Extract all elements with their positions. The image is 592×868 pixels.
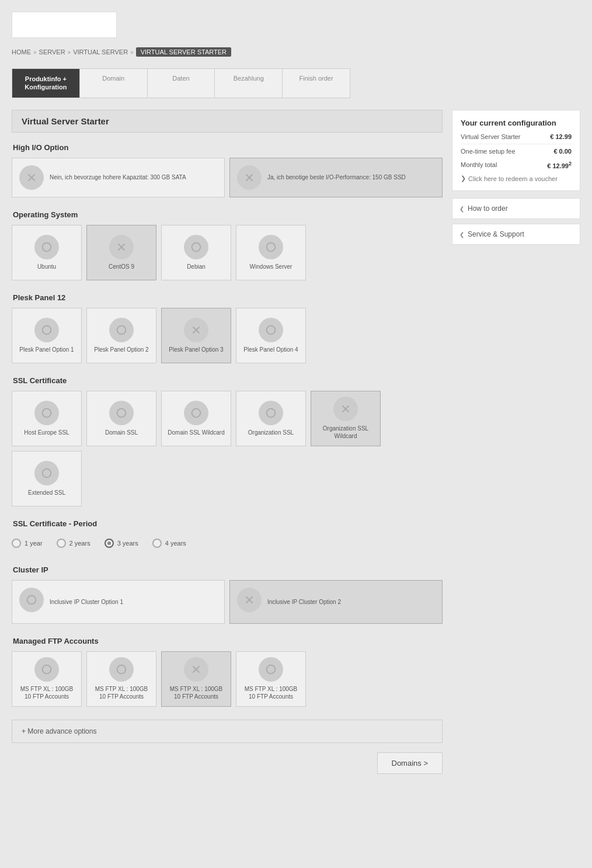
ssl-label-5: Extended SSL (28, 489, 65, 497)
config-product-row: Virtual Server Starter € 12.99 (461, 133, 572, 140)
high-io-title: High I/O Option (12, 143, 443, 152)
cluster-option-0[interactable]: Inclusive IP Cluster Option 1 (12, 580, 225, 624)
ftp-label-3: MS FTP XL : 100GB 10 FTP Accounts (241, 685, 301, 700)
ftp-icon-0 (34, 657, 59, 682)
os-option-2[interactable]: Debian (161, 225, 231, 280)
bottom-bar: Domains > (12, 752, 443, 774)
left-panel: Virtual Server Starter High I/O Option N… (12, 110, 443, 774)
ftp-option-3[interactable]: MS FTP XL : 100GB 10 FTP Accounts (236, 651, 306, 707)
plesk-option-2[interactable]: Plesk Panel Option 3 (161, 308, 231, 363)
plesk-label-1: Plesk Panel Option 2 (94, 346, 148, 353)
bc-sep-1: » (33, 49, 37, 55)
plesk-option-0[interactable]: Plesk Panel Option 1 (12, 308, 82, 363)
config-product-price: € 12.99 (550, 133, 572, 140)
plesk-label-0: Plesk Panel Option 1 (19, 346, 74, 353)
svg-point-10 (117, 325, 126, 334)
period-radio-0 (12, 539, 21, 548)
high-io-option-1[interactable]: Ja, ich benotige beste I/O-Performance: … (229, 158, 443, 197)
svg-point-28 (267, 665, 276, 674)
period-label-0: 1 year (25, 540, 43, 547)
os-icon-0 (34, 235, 59, 259)
os-option-0[interactable]: Ubuntu (12, 225, 82, 280)
next-button[interactable]: Domains > (377, 752, 443, 774)
accordion-service-support[interactable]: ❮ Service & Support (452, 224, 580, 245)
accordion-header-how-to-order[interactable]: ❮ How to order (452, 199, 580, 218)
ssl-icon-1 (109, 401, 134, 425)
section-ssl-period: SSL Certificate - Period 1 year 2 years … (12, 519, 443, 553)
steps-nav: Produktinfo + Konfiguration Domain Daten… (12, 68, 350, 98)
ssl-icon-5 (34, 461, 59, 485)
config-product-name: Virtual Server Starter (461, 133, 521, 140)
os-label-3: Windows Server (250, 263, 292, 270)
ftp-label-1: MS FTP XL : 100GB 10 FTP Accounts (92, 685, 151, 700)
ftp-label-2: MS FTP XL : 100GB 10 FTP Accounts (166, 685, 226, 700)
ssl-label-0: Host Europe SSL (24, 429, 69, 436)
period-option-2[interactable]: 3 years (105, 539, 138, 548)
period-radio-1 (57, 539, 66, 548)
ftp-option-1[interactable]: MS FTP XL : 100GB 10 FTP Accounts (86, 651, 156, 707)
cluster-option-1[interactable]: Inclusive IP Cluster Option 2 (229, 580, 443, 624)
step-domain[interactable]: Domain (80, 69, 148, 98)
ssl-icon-4 (333, 397, 358, 421)
step-finish[interactable]: Finish order (283, 69, 350, 98)
step-daten[interactable]: Daten (148, 69, 215, 98)
ssl-label-4: Organization SSL Wildcard (316, 425, 375, 440)
svg-point-13 (267, 325, 276, 334)
period-option-3[interactable]: 4 years (152, 539, 186, 548)
svg-point-7 (192, 242, 201, 251)
svg-point-14 (43, 408, 51, 417)
ssl-icon-3 (259, 401, 283, 425)
period-option-0[interactable]: 1 year (12, 539, 43, 548)
os-option-3[interactable]: Windows Server (236, 225, 306, 280)
section-plesk: Plesk Panel 12 Plesk Panel Option 1 Ples… (12, 293, 443, 363)
svg-point-21 (27, 596, 36, 605)
period-label-1: 2 years (69, 540, 90, 547)
os-icon-3 (259, 235, 283, 259)
high-io-option-0[interactable]: Nein, ich bevorzuge hohere Kapazitat: 30… (12, 158, 225, 197)
ftp-options: MS FTP XL : 100GB 10 FTP Accounts MS FTP… (12, 651, 443, 707)
config-title: Your current configuration (461, 119, 572, 127)
more-advanced-options[interactable]: + More advance options (12, 720, 443, 743)
ssl-option-0[interactable]: Host Europe SSL (12, 391, 82, 446)
svg-point-24 (43, 665, 51, 674)
accordion-label-how-to-order: How to order (468, 204, 508, 213)
period-radio-2 (105, 539, 114, 548)
ssl-option-1[interactable]: Domain SSL (86, 391, 156, 446)
voucher-link[interactable]: ❯ Click here to redeem a voucher (461, 175, 572, 182)
period-label-2: 3 years (117, 540, 138, 547)
ftp-option-2[interactable]: MS FTP XL : 100GB 10 FTP Accounts (161, 651, 231, 707)
bc-server[interactable]: SERVER (39, 48, 65, 55)
ssl-option-5[interactable]: Extended SSL (12, 451, 82, 506)
config-monthly-row: Monthly total € 12.992 (461, 158, 572, 169)
ssl-option-3[interactable]: Organization SSL (236, 391, 306, 446)
step-produktinfo[interactable]: Produktinfo + Konfiguration (12, 69, 80, 98)
config-box: Your current configuration Virtual Serve… (452, 110, 580, 192)
ftp-option-0[interactable]: MS FTP XL : 100GB 10 FTP Accounts (12, 651, 82, 707)
plesk-option-1[interactable]: Plesk Panel Option 2 (86, 308, 156, 363)
cluster-icon-1 (237, 588, 262, 612)
accordion-how-to-order[interactable]: ❮ How to order (452, 198, 580, 219)
high-io-options: Nein, ich bevorzuge hohere Kapazitat: 30… (12, 158, 443, 197)
ftp-icon-3 (259, 657, 283, 682)
period-option-1[interactable]: 2 years (57, 539, 90, 548)
accordion-label-service-support: Service & Support (468, 230, 524, 238)
high-io-label-0: Nein, ich bevorzuge hohere Kapazitat: 30… (50, 173, 186, 181)
plesk-icon-1 (109, 318, 134, 342)
ssl-option-2[interactable]: Domain SSL Wildcard (161, 391, 231, 446)
bc-home[interactable]: HOME (12, 48, 31, 55)
svg-point-15 (117, 408, 126, 417)
config-setup-row: One-time setup fee € 0.00 (461, 148, 572, 155)
ssl-option-4[interactable]: Organization SSL Wildcard (311, 391, 381, 446)
os-option-1[interactable]: CentOS 9 (86, 225, 156, 280)
os-options: Ubuntu CentOS 9 Debian (12, 225, 443, 280)
plesk-icon-0 (34, 318, 59, 342)
cluster-label-0: Inclusive IP Cluster Option 1 (50, 598, 123, 606)
os-icon-2 (184, 235, 208, 259)
bc-vserver[interactable]: VIRTUAL SERVER (73, 48, 128, 55)
ssl-title: SSL Certificate (12, 376, 443, 385)
plesk-option-3[interactable]: Plesk Panel Option 4 (236, 308, 306, 363)
accordion-header-service-support[interactable]: ❮ Service & Support (452, 224, 580, 244)
ssl-label-2: Domain SSL Wildcard (168, 429, 224, 436)
svg-point-8 (267, 242, 276, 251)
step-bezahlung[interactable]: Bezahlung (215, 69, 283, 98)
